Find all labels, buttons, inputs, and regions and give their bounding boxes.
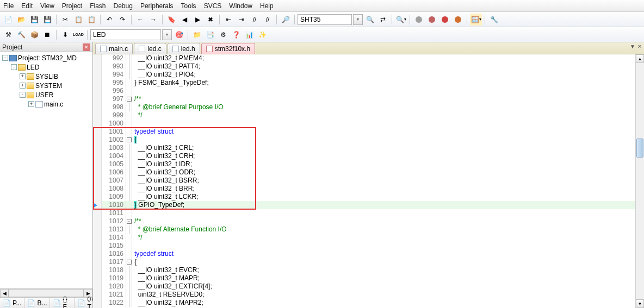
fold-gutter[interactable]: [126, 282, 132, 291]
undo-button[interactable]: ↶: [103, 14, 115, 26]
fold-gutter[interactable]: [126, 193, 132, 201]
code-line[interactable]: 997−/**: [102, 95, 635, 103]
code-line[interactable]: 1021 uint32_t RESERVED0;: [102, 291, 635, 299]
panel-scrollbar[interactable]: ◀ ▶: [0, 288, 92, 297]
code-line[interactable]: 1001typedef struct: [102, 128, 635, 136]
scroll-thumb[interactable]: [636, 139, 643, 158]
menu-svcs[interactable]: SVCS: [204, 2, 222, 10]
panel-tab-1[interactable]: 📄B...: [24, 298, 50, 309]
target-options-button[interactable]: 🎯: [173, 29, 185, 41]
indent-left-button[interactable]: ⇤: [222, 14, 234, 26]
fold-gutter[interactable]: [126, 274, 132, 282]
fold-gutter[interactable]: [126, 185, 132, 193]
search-input[interactable]: [298, 14, 352, 25]
manage-button[interactable]: 📁: [191, 29, 203, 41]
panel-close-button[interactable]: ✕: [83, 43, 90, 51]
target-dropdown[interactable]: ▾: [162, 29, 172, 40]
fold-gutter[interactable]: [126, 209, 132, 217]
expand-toggle[interactable]: +: [20, 83, 26, 89]
expand-toggle[interactable]: +: [28, 101, 34, 107]
panel-tab-0[interactable]: 📄P...: [0, 298, 24, 309]
fold-gutter[interactable]: [126, 266, 132, 274]
fold-gutter[interactable]: [126, 201, 132, 209]
menu-edit[interactable]: Edit: [21, 2, 33, 10]
code-line[interactable]: 995} FSMC_Bank4_TypeDef;: [102, 79, 635, 87]
fold-gutter[interactable]: [126, 79, 132, 87]
tree-file-main-c[interactable]: +main.c: [0, 99, 92, 109]
code-line[interactable]: 1017−{: [102, 258, 635, 266]
fold-gutter[interactable]: −: [126, 217, 132, 225]
debug-button[interactable]: [452, 14, 464, 26]
menu-project[interactable]: Project: [62, 2, 82, 10]
code-line[interactable]: 1010} GPIO_TypeDef;: [102, 201, 635, 209]
menu-view[interactable]: View: [40, 2, 54, 10]
indent-right-button[interactable]: ⇥: [236, 14, 247, 26]
code-line[interactable]: 1004 __IO uint32_t CRH;: [102, 152, 635, 160]
code-line[interactable]: 1003 __IO uint32_t CRL;: [102, 144, 635, 152]
fold-gutter[interactable]: −: [126, 258, 132, 266]
tree-group-user[interactable]: -USER: [0, 90, 92, 99]
forward-button[interactable]: →: [147, 14, 159, 26]
code-line[interactable]: 993 __IO uint32_t PATT4;: [102, 62, 635, 71]
record-button[interactable]: [426, 14, 438, 26]
scroll-up-button[interactable]: ▲: [636, 54, 644, 63]
code-line[interactable]: 996: [102, 87, 635, 95]
fold-gutter[interactable]: −: [126, 95, 132, 103]
magic-button[interactable]: ✨: [256, 29, 268, 41]
find-button[interactable]: 🔍: [364, 14, 376, 26]
expand-toggle[interactable]: -: [2, 55, 8, 61]
fold-gutter[interactable]: [126, 225, 132, 234]
back-button[interactable]: ←: [134, 14, 146, 26]
open-button[interactable]: 📂: [15, 14, 27, 26]
build-button[interactable]: ⚒: [2, 29, 14, 41]
uncomment-button[interactable]: //: [262, 14, 274, 26]
menu-peripherals[interactable]: Peripherals: [140, 2, 174, 10]
file-tab-led-c[interactable]: led.c: [134, 43, 166, 54]
bookmark-clear-button[interactable]: ✖: [205, 14, 216, 26]
tabs-dropdown-button[interactable]: ▼: [630, 43, 635, 49]
fold-gutter[interactable]: [126, 168, 132, 177]
project-tree[interactable]: -Project: STM32_MD-LED+SYSLIB+SYSTEM-USE…: [0, 52, 92, 288]
code-line[interactable]: 1011: [102, 209, 635, 217]
menu-debug[interactable]: Debug: [114, 2, 133, 10]
file-tab-stm32f10x-h[interactable]: stm32f10x.h: [201, 43, 255, 54]
code-line[interactable]: 1013 * @brief Alternate Function I/O: [102, 225, 635, 234]
erase-button[interactable]: [439, 14, 451, 26]
code-line[interactable]: 1012−/**: [102, 217, 635, 225]
code-content[interactable]: 992 __IO uint32_t PMEM4;993 __IO uint32_…: [102, 54, 635, 308]
vertical-scrollbar[interactable]: ▲ ▼: [635, 54, 644, 308]
options-button[interactable]: ⚙: [217, 29, 229, 41]
tree-target[interactable]: -LED: [0, 62, 92, 72]
comment-button[interactable]: //: [249, 14, 261, 26]
saveall-button[interactable]: 💾: [41, 14, 53, 26]
code-line[interactable]: 1018 __IO uint32_t EVCR;: [102, 266, 635, 274]
bookmark-button[interactable]: 🔖: [165, 14, 177, 26]
fold-gutter[interactable]: [126, 71, 132, 79]
settings-button[interactable]: 🔧: [488, 14, 500, 26]
bookmark-next-button[interactable]: ▶: [191, 14, 203, 26]
fold-gutter[interactable]: [126, 62, 132, 71]
stop-button[interactable]: ⏹: [41, 29, 53, 41]
fold-gutter[interactable]: [126, 144, 132, 152]
fold-gutter[interactable]: [126, 291, 132, 299]
fold-gutter[interactable]: [126, 299, 132, 307]
menu-file[interactable]: File: [3, 2, 14, 10]
code-line[interactable]: 1020 __IO uint32_t EXTICR[4];: [102, 282, 635, 291]
fold-gutter[interactable]: [126, 111, 132, 120]
code-line[interactable]: 1022 __IO uint32_t MAPR2;: [102, 299, 635, 307]
target-select[interactable]: [90, 29, 161, 40]
tabs-close-button[interactable]: ✕: [637, 43, 642, 49]
redo-button[interactable]: ↷: [116, 14, 128, 26]
expand-toggle[interactable]: -: [11, 64, 17, 70]
paste-button[interactable]: 📋: [85, 14, 97, 26]
expand-toggle[interactable]: +: [20, 73, 26, 79]
scroll-track[interactable]: [9, 289, 84, 297]
zoom-button[interactable]: 🔍▾: [395, 14, 407, 26]
code-line[interactable]: 999 */: [102, 111, 635, 120]
fold-gutter[interactable]: −: [126, 136, 132, 144]
include-button[interactable]: 📑: [204, 29, 216, 41]
panel-tab-2[interactable]: 📄{} F...: [50, 298, 75, 309]
fold-gutter[interactable]: [126, 177, 132, 185]
code-line[interactable]: 1002−{: [102, 136, 635, 144]
menu-flash[interactable]: Flash: [90, 2, 106, 10]
